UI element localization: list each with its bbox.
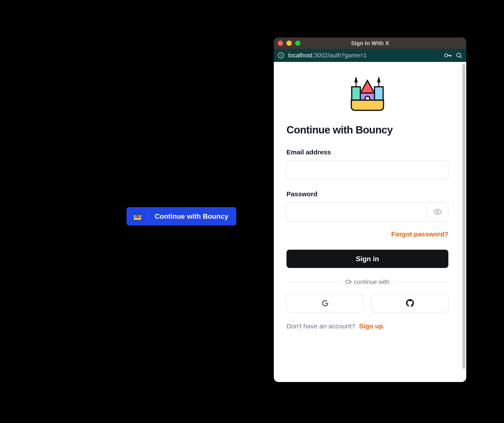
continue-button-label: Continue with Bouncy [155, 212, 228, 220]
bouncy-logo [287, 75, 448, 115]
eye-icon [433, 207, 442, 217]
continue-with-github-button[interactable] [371, 294, 448, 312]
button-divider [148, 212, 149, 221]
github-icon [406, 299, 414, 308]
traffic-lights [278, 41, 300, 46]
url-bar: localhost:3002/auth?game=1 [274, 49, 466, 62]
svg-point-15 [457, 53, 461, 57]
zoom-window-button[interactable] [295, 41, 300, 46]
continue-with-bouncy-button[interactable]: Continue with Bouncy [126, 207, 236, 225]
continue-with-google-button[interactable] [287, 294, 364, 312]
forgot-password-link[interactable]: Forgot password? [391, 230, 448, 238]
password-key-icon[interactable] [444, 53, 452, 58]
url-path: :3002/auth?game=1 [312, 52, 367, 59]
window-titlebar: Sign In With X [274, 37, 466, 49]
scrollbar-thumb[interactable] [462, 64, 465, 369]
sign-in-button[interactable]: Sign in [287, 250, 448, 268]
sign-up-link[interactable]: Sign up [359, 323, 383, 330]
password-label: Password [287, 190, 448, 198]
url-host: localhost [288, 52, 312, 59]
signup-prompt: Don't have an account? [287, 323, 355, 330]
site-info-icon[interactable] [278, 52, 284, 59]
window-title: Sign In With X [351, 40, 389, 47]
svg-rect-23 [374, 87, 383, 100]
signup-row: Don't have an account? Sign up [287, 323, 448, 330]
auth-page: Continue with Bouncy Email address Passw… [274, 62, 461, 382]
svg-point-25 [437, 211, 439, 213]
google-icon [321, 299, 329, 308]
svg-rect-6 [139, 215, 141, 217]
svg-rect-12 [447, 55, 451, 56]
svg-line-16 [460, 56, 462, 58]
or-divider-label: Or continue with [345, 278, 390, 285]
or-divider: Or continue with [287, 278, 448, 285]
email-label: Email address [287, 148, 448, 156]
svg-rect-13 [450, 55, 450, 57]
svg-rect-1 [134, 212, 135, 215]
svg-rect-14 [451, 55, 451, 57]
svg-point-10 [281, 54, 282, 54]
email-input[interactable] [287, 160, 448, 180]
svg-rect-22 [352, 87, 360, 100]
svg-rect-18 [356, 77, 356, 87]
page-heading: Continue with Bouncy [287, 124, 448, 136]
close-window-button[interactable] [278, 41, 283, 46]
svg-point-11 [445, 54, 448, 57]
url-text[interactable]: localhost:3002/auth?game=1 [288, 52, 440, 59]
bouncy-castle-icon [348, 75, 387, 115]
sign-in-button-label: Sign in [356, 255, 379, 263]
scrollbar[interactable] [461, 62, 466, 382]
svg-marker-21 [360, 81, 375, 93]
toggle-password-visibility-button[interactable] [426, 202, 448, 222]
auth-popup-window: Sign In With X localhost:3002/auth?game=… [274, 37, 466, 382]
svg-marker-4 [136, 213, 139, 216]
svg-rect-3 [140, 212, 140, 215]
password-input[interactable] [287, 202, 448, 222]
search-icon[interactable] [456, 52, 462, 59]
bouncy-castle-icon [133, 212, 142, 221]
svg-rect-5 [133, 215, 136, 217]
svg-rect-20 [378, 77, 379, 87]
minimize-window-button[interactable] [287, 41, 292, 46]
